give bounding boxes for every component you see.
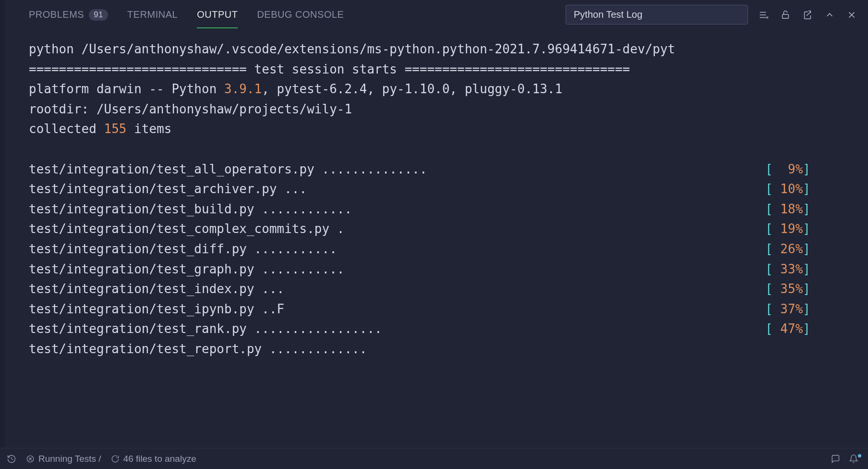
- tab-problems[interactable]: PROBLEMS 91: [29, 2, 108, 28]
- output-line: ============================= test sessi…: [29, 62, 630, 76]
- expand-panel-icon[interactable]: [823, 8, 836, 22]
- tab-debug-console-label: DEBUG CONSOLE: [257, 9, 344, 20]
- test-file: test/integration/test_graph.py .........…: [29, 259, 344, 280]
- test-result-row: test/integration/test_build.py .........…: [29, 199, 868, 220]
- tab-terminal[interactable]: TERMINAL: [127, 2, 178, 27]
- test-progress: [ 26%]: [765, 239, 810, 259]
- panel-tabs: PROBLEMS 91 TERMINAL OUTPUT DEBUG CONSOL…: [29, 2, 344, 28]
- test-progress: [ 9%]: [765, 160, 810, 180]
- test-file: test/integration/test_complex_commits.py…: [29, 219, 344, 239]
- test-file: test/integration/test_report.py ........…: [29, 339, 367, 359]
- test-result-row: test/integration/test_archiver.py ...[ 1…: [29, 179, 868, 199]
- svg-rect-0: [783, 14, 789, 18]
- tab-terminal-label: TERMINAL: [127, 9, 178, 20]
- test-file: test/integration/test_ipynb.py ..F: [29, 299, 284, 320]
- tab-output[interactable]: OUTPUT: [197, 2, 238, 28]
- unlock-scroll-icon[interactable]: [779, 8, 792, 22]
- output-channel-dropdown[interactable]: Python Test Log: [566, 5, 748, 25]
- output-line: collected 155 items: [29, 122, 171, 136]
- test-progress: [ 18%]: [765, 199, 810, 220]
- notification-dot-icon: [858, 454, 861, 457]
- tab-output-label: OUTPUT: [197, 9, 238, 20]
- test-result-row: test/integration/test_rank.py ..........…: [29, 319, 868, 339]
- test-file: test/integration/test_rank.py ..........…: [29, 319, 382, 339]
- close-panel-icon[interactable]: [845, 8, 858, 22]
- python-version: 3.9.1: [224, 82, 262, 96]
- collected-count: 155: [104, 122, 127, 136]
- clear-output-icon[interactable]: [757, 8, 770, 22]
- output-content[interactable]: python /Users/anthonyshaw/.vscode/extens…: [0, 30, 868, 448]
- test-progress: [ 35%]: [765, 279, 810, 299]
- panel-header-actions: Python Test Log: [566, 5, 858, 25]
- status-feedback-icon[interactable]: [831, 454, 840, 464]
- test-file: test/integration/test_diff.py ..........…: [29, 239, 337, 259]
- status-running-tests-label: Running Tests /: [38, 454, 101, 464]
- open-log-file-icon[interactable]: [801, 8, 814, 22]
- tab-debug-console[interactable]: DEBUG CONSOLE: [257, 2, 344, 27]
- test-result-row: test/integration/test_complex_commits.py…: [29, 219, 868, 239]
- output-channel-selected: Python Test Log: [574, 9, 642, 20]
- test-progress: [ 47%]: [765, 319, 810, 339]
- test-file: test/integration/test_archiver.py ...: [29, 179, 307, 199]
- status-notifications-icon[interactable]: [849, 454, 861, 464]
- test-result-row: test/integration/test_ipynb.py ..F[ 37%]: [29, 299, 868, 320]
- output-line: rootdir: /Users/anthonyshaw/projects/wil…: [29, 102, 352, 116]
- test-result-row: test/integration/test_index.py ...[ 35%]: [29, 279, 868, 299]
- output-line: python /Users/anthonyshaw/.vscode/extens…: [29, 42, 675, 56]
- test-progress: [ 37%]: [765, 299, 810, 320]
- test-file: test/integration/test_build.py .........…: [29, 199, 352, 220]
- test-result-row: test/integration/test_diff.py ..........…: [29, 239, 868, 259]
- panel-header: PROBLEMS 91 TERMINAL OUTPUT DEBUG CONSOL…: [0, 0, 868, 30]
- tab-problems-label: PROBLEMS: [29, 9, 84, 20]
- test-result-row: test/integration/test_report.py ........…: [29, 339, 868, 359]
- status-running-tests[interactable]: Running Tests /: [26, 454, 101, 464]
- status-files-analyze[interactable]: 46 files to analyze: [111, 454, 196, 464]
- output-line: platform darwin -- Python 3.9.1, pytest-…: [29, 82, 562, 96]
- test-file: test/integration/test_all_operators.py .…: [29, 160, 427, 180]
- status-history-icon[interactable]: [7, 454, 16, 464]
- test-progress: [ 33%]: [765, 259, 810, 280]
- test-file: test/integration/test_index.py ...: [29, 279, 284, 299]
- test-progress: [ 10%]: [765, 179, 810, 199]
- test-result-row: test/integration/test_graph.py .........…: [29, 259, 868, 280]
- status-bar: Running Tests / 46 files to analyze: [0, 448, 868, 469]
- status-files-analyze-label: 46 files to analyze: [123, 454, 196, 464]
- problems-count-badge: 91: [89, 9, 108, 21]
- test-progress: [ 19%]: [765, 219, 810, 239]
- test-result-row: test/integration/test_all_operators.py .…: [29, 160, 868, 180]
